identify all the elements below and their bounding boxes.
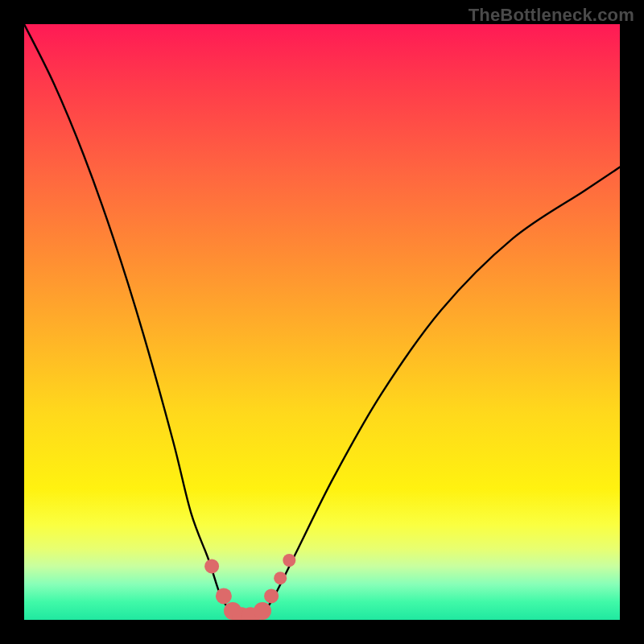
- marker-dot: [274, 572, 287, 584]
- marker-dot: [264, 588, 279, 603]
- marker-dot: [216, 588, 232, 604]
- watermark-text: TheBottleneck.com: [469, 5, 634, 26]
- plot-area: [24, 24, 620, 620]
- chart-frame: TheBottleneck.com: [0, 0, 644, 644]
- marker-dot: [254, 602, 271, 620]
- marker-dot: [283, 554, 295, 567]
- chart-svg: [24, 24, 620, 620]
- bottleneck-curve: [24, 24, 620, 620]
- marker-dot: [204, 559, 219, 573]
